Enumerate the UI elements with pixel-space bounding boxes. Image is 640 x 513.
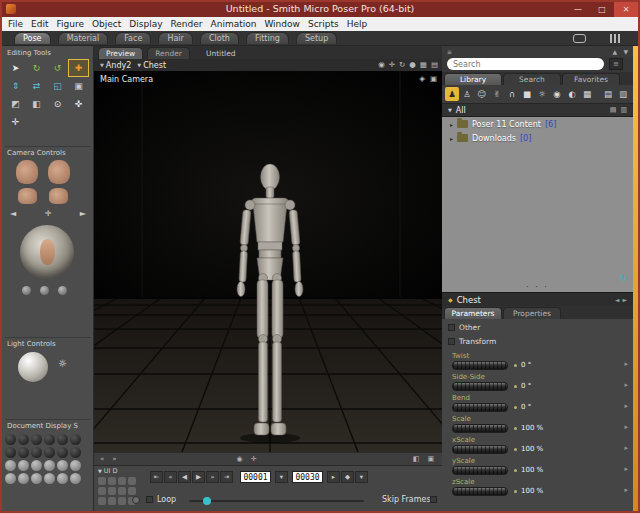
list-view-icon[interactable]: ▥ [616,87,630,101]
prev-keyframe-icon[interactable]: « [100,455,104,463]
dial-knob[interactable] [452,403,508,412]
camera-move-icon[interactable]: ✛ [45,209,52,218]
titlebar[interactable]: Untitled - Smith Micro Poser Pro (64-bit… [2,2,638,17]
timeline-slider[interactable] [189,500,364,502]
group-transform[interactable]: Transform [448,337,496,346]
chain-break-tool-icon[interactable]: ▣ [68,77,89,95]
current-frame-field[interactable] [240,471,271,483]
prev-actor-icon[interactable]: ◄ [615,296,620,303]
frame-menu-button[interactable]: ▾ [275,471,288,483]
scenes-category-icon[interactable]: ▦ [580,87,594,101]
sound-icon[interactable]: ◧ [413,455,420,463]
figure-right-thigh[interactable] [272,280,283,338]
left-camera-icon[interactable] [16,160,38,184]
panel-resize-handle[interactable]: · · · [442,283,633,292]
dial-knob[interactable] [452,382,508,391]
display-style-sphere[interactable] [57,434,68,445]
scale-tool-icon[interactable]: ⇄ [26,77,47,95]
library-folder-row[interactable]: ▸ Poser 11 Content [6] [442,117,633,131]
figure-left-foot[interactable] [254,423,269,435]
hands-category-icon[interactable]: ✌ [490,87,504,101]
display-style-sphere[interactable] [18,447,29,458]
expand-folder-icon[interactable]: ▸ [450,135,453,142]
tab-material[interactable]: Material [58,32,109,44]
multi-pane-icon[interactable]: ▦ [420,59,427,71]
sort-icon[interactable]: ▥ [620,106,627,114]
next-keyframe-icon[interactable]: » [112,455,116,463]
figure-left-shin[interactable] [259,342,268,422]
dial-menu-arrow[interactable]: ▸ [624,381,628,389]
figure-neck[interactable] [266,187,274,198]
direct-manipulation-tool-icon[interactable]: ✛ [5,113,26,131]
display-style-sphere[interactable] [70,460,81,471]
refresh-library-icon[interactable]: ↻ [619,273,627,283]
view-mode-icon[interactable]: ▤ [610,106,617,114]
tab-hair[interactable]: Hair [158,32,192,44]
figure-left-elbow[interactable] [241,245,248,252]
collapse-up-icon[interactable]: ▲ [612,48,617,55]
expressions-category-icon[interactable]: ☺ [475,87,489,101]
display-style-sphere[interactable] [18,473,29,484]
camera-trackball[interactable] [20,225,74,279]
tab-properties[interactable]: Properties [503,307,561,319]
dial-knob[interactable] [452,424,508,433]
menu-figure[interactable]: Figure [53,19,88,29]
taper-tool-icon[interactable]: ◱ [47,77,68,95]
cameras-category-icon[interactable]: ◉ [550,87,564,101]
library-edge-strip[interactable] [633,46,638,511]
menu-display[interactable]: Display [125,19,166,29]
ui-memory-dot[interactable] [108,477,116,485]
display-style-sphere[interactable] [44,447,55,458]
add-keyframe-button[interactable]: ◆ [341,471,354,483]
tab-search[interactable]: Search [503,73,561,85]
menu-object[interactable]: Object [88,19,125,29]
record-dot[interactable] [132,496,140,504]
rotate-tool-icon[interactable]: ↻ [26,59,47,77]
display-style-sphere[interactable] [70,473,81,484]
parameters-actor-header[interactable]: ◆ Chest ◄ ► [442,292,633,306]
view-magnifier-tool-icon[interactable]: ⊙ [47,95,68,113]
menu-animation[interactable]: Animation [207,19,261,29]
orbit-camera-icon[interactable]: ↻ [399,59,405,71]
ui-memory-dot[interactable] [98,477,106,485]
morphing-tool-icon[interactable]: ✜ [68,95,89,113]
light-brightness-icon[interactable]: ☼ [58,358,67,369]
camera-plane-control[interactable] [22,286,31,295]
close-button[interactable]: ✕ [614,2,638,17]
collapse-down-icon[interactable]: ▼ [623,48,628,55]
display-style-sphere[interactable] [31,447,42,458]
figure-left-hand[interactable] [237,282,245,297]
display-style-sphere[interactable] [31,434,42,445]
figure-left-shoulder[interactable] [245,200,255,210]
figure-right-forearm[interactable] [293,251,302,282]
tab-face[interactable]: Face [115,32,151,44]
loop-checkbox[interactable] [146,496,153,503]
figure-right-shoulder[interactable] [285,200,295,210]
search-input[interactable] [447,58,604,70]
menu-window[interactable]: Window [260,19,304,29]
expand-all-icon[interactable]: ▼ [448,107,452,113]
figure-selector[interactable]: ▼ Andy2 [100,61,131,70]
timeline-slider-handle[interactable] [203,497,211,505]
next-camera-arrow-icon[interactable]: ► [80,209,86,218]
render-compare-icon[interactable]: ◉ [237,455,243,463]
figure-right-shin[interactable] [273,342,282,422]
grouping-tool-icon[interactable]: ◧ [26,95,47,113]
timeline-options-button[interactable]: ▾ [355,471,368,483]
display-style-sphere[interactable] [18,434,29,445]
camera-presets-icon[interactable]: ◈ [419,73,425,85]
ui-memory-dot[interactable] [128,477,136,485]
dial-knob[interactable] [452,487,508,496]
display-style-sphere[interactable] [70,434,81,445]
display-style-sphere[interactable] [5,460,16,471]
dial-knob[interactable] [452,445,508,454]
display-style-sphere[interactable] [5,434,16,445]
prev-camera-arrow-icon[interactable]: ◄ [10,209,16,218]
collections-icon[interactable]: ▤ [601,87,615,101]
dial-menu-arrow[interactable]: ▸ [624,423,628,431]
display-style-sphere[interactable] [44,473,55,484]
expand-folder-icon[interactable]: ▸ [450,121,453,128]
translate-inout-tool-icon[interactable]: ⇕ [5,77,26,95]
right-hand-camera-icon[interactable] [49,188,68,204]
dial-menu-arrow[interactable]: ▸ [624,486,628,494]
